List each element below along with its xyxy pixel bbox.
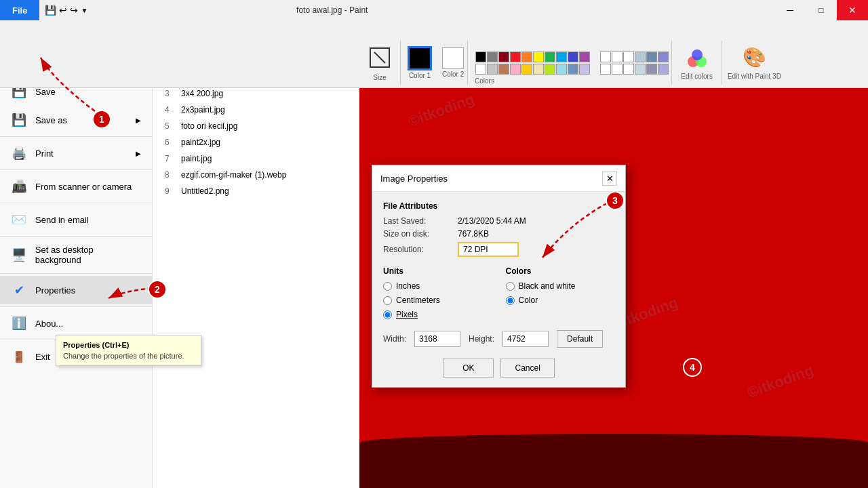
recent-name-4: 2x3paint.jpg: [181, 105, 225, 115]
color-radio[interactable]: [506, 296, 515, 305]
recent-num-4: 4: [165, 105, 176, 115]
swatch-darkred[interactable]: [498, 52, 509, 62]
photo-silhouette: [359, 434, 868, 488]
swatch-lavender[interactable]: [579, 64, 590, 75]
size-icon[interactable]: [366, 44, 393, 71]
file-tab[interactable]: File: [0, 0, 39, 20]
separator-3: [0, 203, 152, 203]
file-menu-item-about[interactable]: ℹ️ Abou...: [0, 309, 152, 338]
pixels-radio[interactable]: [383, 310, 392, 319]
swatch-blue[interactable]: [568, 52, 578, 62]
swatch-e6[interactable]: [658, 52, 669, 62]
quick-access-toolbar: 💾 ↩ ↪ ▼: [39, 5, 93, 16]
edit-colors-label: Edit colors: [681, 73, 713, 80]
swatch-f4[interactable]: [635, 64, 646, 75]
properties-label: Properties: [35, 285, 75, 296]
size-group: Size: [359, 41, 401, 85]
file-menu-item-properties[interactable]: ✔ Properties: [0, 276, 152, 304]
swatch-green[interactable]: [545, 52, 555, 62]
swatch-e4[interactable]: [635, 52, 646, 62]
centimeters-option[interactable]: Centimeters: [383, 296, 492, 305]
swatch-lightgray[interactable]: [487, 64, 498, 75]
maximize-button[interactable]: □: [806, 0, 837, 20]
undo-icon[interactable]: ↩: [59, 5, 67, 16]
swatch-lime[interactable]: [545, 64, 555, 75]
swatch-e5[interactable]: [646, 52, 657, 62]
recent-item-5[interactable]: 5 foto ori kecil.jpg: [159, 118, 353, 134]
edit-colors-icon[interactable]: [685, 45, 709, 70]
file-menu-item-desktop[interactable]: 🖥️ Set as desktop background: [0, 239, 152, 271]
ribbon: Size Color 1 Color 2: [0, 20, 868, 88]
last-saved-row: Last Saved: 2/13/2020 5:44 AM: [383, 216, 614, 226]
width-input[interactable]: [414, 331, 460, 347]
swatch-gray[interactable]: [487, 52, 498, 62]
close-button[interactable]: ✕: [837, 0, 868, 20]
color1-swatch[interactable]: [408, 46, 432, 70]
swatch-e1[interactable]: [600, 52, 611, 62]
file-menu-item-scanner[interactable]: 📠 From scanner or camera: [0, 172, 152, 201]
swatch-steelblue[interactable]: [568, 64, 578, 75]
swatch-black[interactable]: [475, 52, 486, 62]
color-option[interactable]: Color: [506, 296, 615, 305]
print-arrow: ▶: [136, 150, 141, 157]
swatch-skyblue[interactable]: [556, 64, 567, 75]
dialog-title: Image Properties: [380, 174, 448, 184]
file-menu-item-saveas[interactable]: 💾 Save as ▶: [0, 106, 152, 134]
swatch-f5[interactable]: [646, 64, 657, 75]
swatch-white[interactable]: [475, 64, 486, 75]
palette-row-2: [475, 64, 590, 75]
swatch-gold[interactable]: [521, 64, 532, 75]
bw-radio[interactable]: [506, 282, 515, 291]
recent-item-7[interactable]: 7 paint.jpg: [159, 150, 353, 167]
recent-item-4[interactable]: 4 2x3paint.jpg: [159, 102, 353, 118]
file-attributes-title: File Attributes: [383, 201, 614, 211]
color2-swatch[interactable]: [442, 47, 464, 69]
swatch-orange[interactable]: [521, 52, 532, 62]
recent-item-9[interactable]: 9 Untitled2.png: [159, 183, 353, 199]
swatch-e2[interactable]: [612, 52, 623, 62]
swatch-cream[interactable]: [533, 64, 544, 75]
pixels-option[interactable]: Pixels: [383, 310, 492, 319]
saveas-label: Save as: [35, 115, 67, 125]
cancel-button[interactable]: Cancel: [500, 359, 554, 378]
recent-item-6[interactable]: 6 paint2x.jpg: [159, 134, 353, 150]
tooltip-title: Properties (Ctrl+E): [63, 341, 194, 349]
height-label: Height:: [469, 334, 494, 344]
resolution-row: Resolution:: [383, 242, 614, 257]
swatch-cyan[interactable]: [556, 52, 567, 62]
swatch-pink[interactable]: [510, 64, 521, 75]
swatch-f3[interactable]: [623, 64, 634, 75]
color1-label: Color 1: [409, 72, 431, 79]
paint3d-icon[interactable]: 🎨: [742, 45, 766, 70]
resolution-input[interactable]: [458, 242, 519, 257]
swatch-yellow[interactable]: [533, 52, 544, 62]
default-button[interactable]: Default: [557, 330, 603, 348]
file-menu-item-email[interactable]: ✉️ Send in email: [0, 205, 152, 234]
recent-item-8[interactable]: 8 ezgif.com-gif-maker (1).webp: [159, 167, 353, 183]
swatch-red[interactable]: [510, 52, 521, 62]
dialog-close-button[interactable]: ✕: [602, 171, 617, 186]
swatch-f1[interactable]: [600, 64, 611, 75]
width-label: Width:: [383, 334, 406, 344]
minimize-button[interactable]: ─: [774, 0, 806, 20]
dropdown-arrow-icon[interactable]: ▼: [81, 7, 87, 14]
swatch-purple[interactable]: [579, 52, 590, 62]
inches-option[interactable]: Inches: [383, 281, 492, 291]
file-menu-item-print[interactable]: 🖨️ Print ▶: [0, 139, 152, 167]
centimeters-radio[interactable]: [383, 296, 392, 305]
redo-icon[interactable]: ↪: [70, 5, 78, 16]
separator-4: [0, 236, 152, 237]
ok-button[interactable]: OK: [443, 359, 494, 378]
swatch-e3[interactable]: [623, 52, 634, 62]
height-input[interactable]: [502, 331, 549, 347]
color2-label: Color 2: [442, 70, 464, 78]
bw-option[interactable]: Black and white: [506, 281, 615, 291]
swatch-f6[interactable]: [658, 64, 669, 75]
swatch-brown[interactable]: [498, 64, 509, 75]
swatch-f2[interactable]: [612, 64, 623, 75]
save-quick-icon[interactable]: 💾: [45, 5, 56, 16]
inches-radio[interactable]: [383, 282, 392, 291]
separator-1: [0, 136, 152, 137]
separator-6: [0, 306, 152, 307]
step-badge-1: 1: [92, 110, 111, 129]
